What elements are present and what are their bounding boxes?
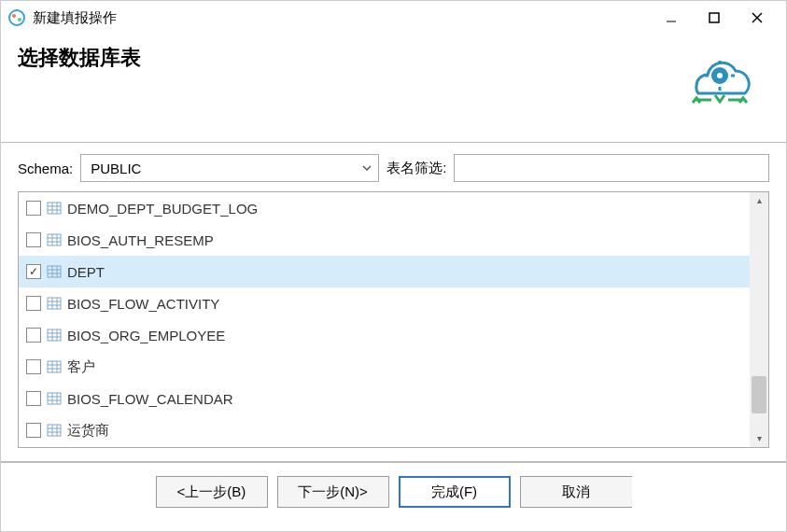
table-icon xyxy=(47,359,62,374)
checkbox[interactable] xyxy=(26,328,41,343)
table-row[interactable]: BIOS_AUTH_RESEMP xyxy=(19,224,750,256)
table-icon xyxy=(47,232,62,247)
table-row[interactable]: ✓DEPT xyxy=(19,256,750,287)
checkbox[interactable] xyxy=(26,359,41,374)
table-icon xyxy=(47,264,62,279)
next-button[interactable]: 下一步(N)> xyxy=(277,476,389,508)
table-icon xyxy=(47,423,62,438)
svg-point-0 xyxy=(9,10,24,25)
table-row[interactable]: BIOS_FLOW_ACTIVITY xyxy=(19,287,750,319)
titlebar: 新建填报操作 xyxy=(1,1,786,35)
svg-rect-25 xyxy=(48,266,61,277)
checkbox[interactable] xyxy=(26,423,41,438)
checkbox[interactable] xyxy=(26,201,41,216)
svg-point-2 xyxy=(18,18,21,21)
minimize-button[interactable] xyxy=(650,4,693,32)
window-title: 新建填报操作 xyxy=(33,9,117,27)
table-icon xyxy=(47,201,62,216)
back-button-label: <上一步(B) xyxy=(177,483,246,501)
table-name: BIOS_AUTH_RESEMP xyxy=(67,232,214,248)
table-row[interactable]: BIOS_ORG_EMPLOYEE xyxy=(19,319,750,351)
table-icon xyxy=(47,391,62,406)
scrollbar[interactable]: ▴ ▾ xyxy=(750,192,768,447)
table-name: DEPT xyxy=(67,264,105,280)
schema-label: Schema: xyxy=(18,161,73,176)
svg-rect-50 xyxy=(48,425,61,436)
table-name: BIOS_FLOW_ACTIVITY xyxy=(67,296,219,312)
cancel-button-label: 取消 xyxy=(562,483,590,501)
wizard-footer: <上一步(B) 下一步(N)> 完成(F) 取消 xyxy=(1,462,786,508)
checkbox[interactable] xyxy=(26,232,41,247)
svg-rect-35 xyxy=(48,329,61,341)
svg-rect-30 xyxy=(48,298,61,309)
schema-select[interactable]: PUBLIC xyxy=(80,154,379,182)
table-row[interactable]: 客户 xyxy=(19,351,750,383)
svg-rect-15 xyxy=(48,203,61,214)
next-button-label: 下一步(N)> xyxy=(298,483,368,501)
table-name: 客户 xyxy=(67,358,95,376)
svg-rect-40 xyxy=(48,361,61,372)
page-title: 选择数据库表 xyxy=(18,44,141,72)
table-list: DEMO_DEPT_BUDGET_LOGBIOS_AUTH_RESEMP✓DEP… xyxy=(18,191,769,448)
back-button[interactable]: <上一步(B) xyxy=(156,476,268,508)
close-button[interactable] xyxy=(736,4,779,32)
cancel-button[interactable]: 取消 xyxy=(520,476,632,508)
svg-rect-20 xyxy=(48,234,61,245)
svg-rect-45 xyxy=(48,393,61,404)
table-icon xyxy=(47,296,62,311)
table-name: BIOS_FLOW_CALENDAR xyxy=(67,391,233,407)
svg-rect-4 xyxy=(710,13,719,22)
table-row[interactable]: BIOS_FLOW_CALENDAR xyxy=(19,383,750,414)
app-icon xyxy=(8,9,25,26)
filter-label: 表名筛选: xyxy=(386,160,446,177)
wizard-header: 选择数据库表 xyxy=(1,35,786,142)
table-row[interactable]: 运货商 xyxy=(19,414,750,446)
svg-point-1 xyxy=(12,14,16,18)
checkbox[interactable] xyxy=(26,296,41,311)
checkbox[interactable]: ✓ xyxy=(26,264,41,279)
table-name: DEMO_DEPT_BUDGET_LOG xyxy=(67,201,258,217)
scroll-up-icon[interactable]: ▴ xyxy=(757,194,762,207)
checkbox[interactable] xyxy=(26,391,41,406)
maximize-button[interactable] xyxy=(693,4,736,32)
svg-point-8 xyxy=(717,73,723,78)
table-icon xyxy=(47,328,62,343)
table-name: 运货商 xyxy=(67,422,109,440)
schema-select-value: PUBLIC xyxy=(91,161,141,176)
finish-button[interactable]: 完成(F) xyxy=(399,476,511,508)
scrollbar-thumb[interactable] xyxy=(752,376,766,413)
scroll-down-icon[interactable]: ▾ xyxy=(757,432,762,445)
table-name: BIOS_ORG_EMPLOYEE xyxy=(67,328,225,343)
finish-button-label: 完成(F) xyxy=(431,483,477,501)
schema-filter-row: Schema: PUBLIC 表名筛选: xyxy=(1,143,786,191)
table-filter-input[interactable] xyxy=(454,154,769,182)
cloud-gear-icon xyxy=(678,53,762,112)
table-row[interactable]: DEMO_DEPT_BUDGET_LOG xyxy=(19,192,750,224)
chevron-down-icon xyxy=(361,161,372,176)
